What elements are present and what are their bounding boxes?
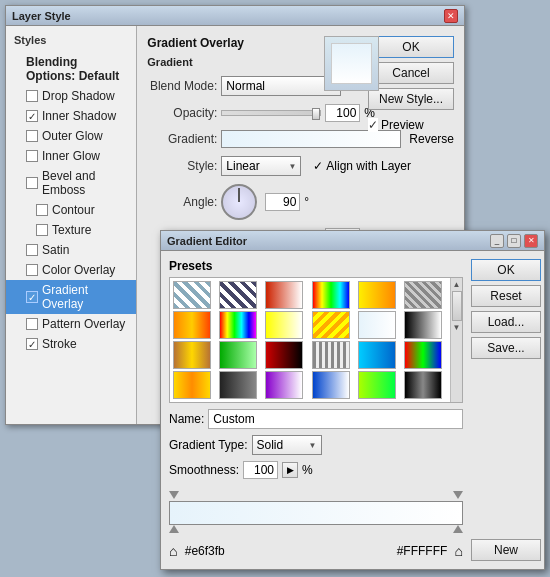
drop-shadow-checkbox[interactable] (26, 90, 38, 102)
angle-dial[interactable] (221, 184, 257, 220)
layer-style-title: Layer Style (12, 10, 71, 22)
contour-checkbox[interactable] (36, 204, 48, 216)
cancel-button[interactable]: Cancel (368, 62, 454, 84)
angle-unit: ° (304, 195, 309, 209)
gradient-preview[interactable] (221, 130, 401, 148)
ge-ok-button[interactable]: OK (471, 259, 541, 281)
gradient-editor-body: Presets ▲ ▼ Name: Gradient Type: Solid (161, 251, 544, 569)
preset-item-11[interactable] (404, 311, 442, 339)
color-stops (169, 525, 463, 539)
align-label[interactable]: ✓ Align with Layer (313, 159, 411, 173)
preset-item-21[interactable] (312, 371, 350, 399)
name-input[interactable] (208, 409, 463, 429)
gradient-type-arrow: ▼ (309, 441, 317, 450)
opacity-stop-left[interactable] (169, 491, 179, 499)
preset-item-6[interactable] (173, 311, 211, 339)
sidebar-item-drop-shadow[interactable]: Drop Shadow (6, 86, 136, 106)
sidebar-item-outer-glow[interactable]: Outer Glow (6, 126, 136, 146)
preset-item-7[interactable] (219, 311, 257, 339)
sidebar-item-inner-glow[interactable]: Inner Glow (6, 146, 136, 166)
preset-item-15[interactable] (312, 341, 350, 369)
inner-shadow-checkbox[interactable]: ✓ (26, 110, 38, 122)
gradient-overlay-checkbox[interactable]: ✓ (26, 291, 38, 303)
presets-title: Presets (169, 259, 463, 273)
stroke-checkbox[interactable]: ✓ (26, 338, 38, 350)
name-row: Name: (169, 409, 463, 429)
preset-item-12[interactable] (173, 341, 211, 369)
sidebar-item-texture[interactable]: Texture (6, 220, 136, 240)
satin-checkbox[interactable] (26, 244, 38, 256)
pattern-overlay-checkbox[interactable] (26, 318, 38, 330)
preset-item-5[interactable] (404, 281, 442, 309)
color-stop-right[interactable] (453, 525, 463, 533)
ok-button[interactable]: OK (368, 36, 454, 58)
preset-item-1[interactable] (219, 281, 257, 309)
outer-glow-checkbox[interactable] (26, 130, 38, 142)
scroll-up-arrow[interactable]: ▲ (451, 278, 462, 291)
color-stop-left[interactable] (169, 525, 179, 533)
sidebar-item-pattern-overlay[interactable]: Pattern Overlay (6, 314, 136, 334)
opacity-stops (169, 489, 463, 501)
sidebar-item-contour[interactable]: Contour (6, 200, 136, 220)
new-style-button[interactable]: New Style... (368, 88, 454, 110)
preset-item-4[interactable] (358, 281, 396, 309)
preset-item-3[interactable] (312, 281, 350, 309)
preset-item-2[interactable] (265, 281, 303, 309)
color-labels: ⌂ #e6f3fb #FFFFFF ⌂ (169, 543, 463, 559)
preset-item-23[interactable] (404, 371, 442, 399)
sidebar: Styles Blending Options: Default Drop Sh… (6, 26, 137, 424)
sidebar-item-satin[interactable]: Satin (6, 240, 136, 260)
presets-scrollbar[interactable]: ▲ ▼ (450, 278, 462, 402)
preset-item-20[interactable] (265, 371, 303, 399)
ge-save-button[interactable]: Save... (471, 337, 541, 359)
texture-checkbox[interactable] (36, 224, 48, 236)
sidebar-item-blending[interactable]: Blending Options: Default (6, 52, 136, 86)
smoothness-stepper[interactable]: ▶ (282, 462, 298, 478)
ge-close-button[interactable]: ✕ (524, 234, 538, 248)
gradient-bar-container: ⌂ #e6f3fb #FFFFFF ⌂ (169, 489, 463, 559)
new-button-container: New (471, 531, 536, 561)
preset-item-10[interactable] (358, 311, 396, 339)
minimize-button[interactable]: _ (490, 234, 504, 248)
preset-item-0[interactable] (173, 281, 211, 309)
opacity-slider-thumb[interactable] (312, 108, 320, 120)
gradient-type-select[interactable]: Solid ▼ (252, 435, 322, 455)
preset-item-22[interactable] (358, 371, 396, 399)
sidebar-item-color-overlay[interactable]: Color Overlay (6, 260, 136, 280)
ge-new-button[interactable]: New (471, 539, 541, 561)
preset-item-8[interactable] (265, 311, 303, 339)
preset-item-9[interactable] (312, 311, 350, 339)
opacity-input[interactable] (325, 104, 360, 122)
preset-item-19[interactable] (219, 371, 257, 399)
maximize-button[interactable]: □ (507, 234, 521, 248)
preset-item-16[interactable] (358, 341, 396, 369)
preset-item-14[interactable] (265, 341, 303, 369)
sidebar-item-bevel[interactable]: Bevel and Emboss (6, 166, 136, 200)
preset-item-17[interactable] (404, 341, 442, 369)
align-checkbox[interactable]: ✓ (313, 159, 323, 173)
sidebar-item-inner-shadow[interactable]: ✓ Inner Shadow (6, 106, 136, 126)
scroll-down-arrow[interactable]: ▼ (451, 321, 462, 334)
style-label: Style: (147, 159, 217, 173)
smoothness-input[interactable] (243, 461, 278, 479)
preset-item-18[interactable] (173, 371, 211, 399)
ge-reset-button[interactable]: Reset (471, 285, 541, 307)
close-button[interactable]: ✕ (444, 9, 458, 23)
sidebar-item-stroke[interactable]: ✓ Stroke (6, 334, 136, 354)
sidebar-item-gradient-overlay[interactable]: ✓ Gradient Overlay (6, 280, 136, 314)
gradient-bar[interactable] (169, 501, 463, 525)
opacity-slider[interactable] (221, 110, 321, 116)
color-overlay-checkbox[interactable] (26, 264, 38, 276)
preset-item-13[interactable] (219, 341, 257, 369)
style-select[interactable]: Linear ▼ (221, 156, 301, 176)
scroll-thumb[interactable] (452, 291, 462, 321)
opacity-stop-right[interactable] (453, 491, 463, 499)
gradient-row: Gradient: Reverse (147, 130, 454, 148)
gradient-editor-title: Gradient Editor (167, 235, 247, 247)
angle-input[interactable] (265, 193, 300, 211)
bevel-checkbox[interactable] (26, 177, 38, 189)
ge-load-button[interactable]: Load... (471, 311, 541, 333)
blending-options-label: Blending Options: Default (26, 55, 128, 83)
preview-checkbox[interactable]: ✓ (368, 118, 378, 132)
inner-glow-checkbox[interactable] (26, 150, 38, 162)
